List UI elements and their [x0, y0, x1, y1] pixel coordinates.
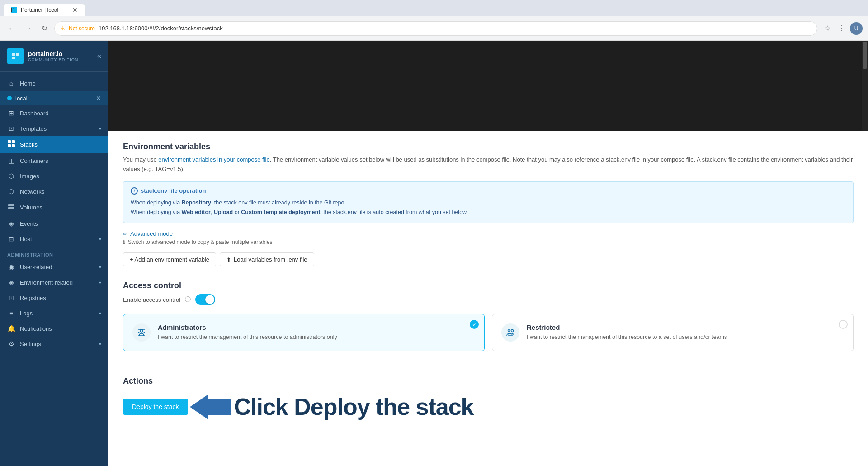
address-text: 192.168.1.18:9000/#!/2/docker/stacks/new…	[99, 25, 223, 32]
svg-rect-4	[12, 144, 15, 147]
sidebar-item-registries[interactable]: ⊡ Registries	[0, 290, 108, 305]
logo-text: portainer.io COMMUNITY EDITION	[28, 50, 78, 62]
editor-scrollbar[interactable]	[862, 41, 868, 131]
sidebar-item-images[interactable]: ⬡ Images	[0, 168, 108, 184]
active-tab[interactable]: P Portainer | local ✕	[4, 4, 85, 16]
sidebar-item-logs[interactable]: ≡ Logs ▾	[0, 305, 108, 321]
code-editor-area[interactable]	[108, 41, 868, 131]
actions-section: Actions Deploy the stack Click Deploy th…	[108, 376, 868, 428]
svg-point-0	[16, 57, 19, 59]
administrators-card-icon	[132, 323, 151, 342]
deploy-stack-button[interactable]: Deploy the stack	[123, 399, 188, 415]
sidebar-item-environment-related-label: Environment-related	[20, 279, 94, 286]
editor-scrollbar-thumb[interactable]	[863, 42, 867, 69]
load-env-btn-label: Load variables from .env file	[234, 256, 307, 263]
sidebar-item-registries-label: Registries	[20, 295, 101, 301]
refresh-button[interactable]: ↻	[38, 22, 51, 35]
sidebar-item-notifications[interactable]: 🔔 Notifications	[0, 321, 108, 336]
profile-avatar[interactable]: U	[850, 22, 863, 35]
env-vars-desc-link[interactable]: environment variables in your compose fi…	[158, 156, 269, 163]
sidebar-item-home[interactable]: ⌂ Home	[0, 76, 108, 91]
advanced-mode-toggle[interactable]: ✏ Advanced mode	[123, 230, 854, 237]
sidebar-item-stacks[interactable]: Stacks	[0, 136, 108, 153]
info-box-content: When deploying via Repository, the stack…	[131, 198, 846, 218]
access-control-toggle-row: Enable access control ⓘ	[123, 294, 854, 305]
logo-icon	[7, 48, 24, 64]
advanced-mode-label: Advanced mode	[130, 230, 173, 237]
annotation-arrow	[190, 395, 231, 419]
address-bar[interactable]: ⚠ Not secure 192.168.1.18:9000/#!/2/dock…	[54, 21, 817, 36]
svg-rect-5	[8, 204, 14, 206]
access-card-administrators[interactable]: Administrators I want to restrict the ma…	[123, 314, 485, 351]
sidebar-env-close[interactable]: ✕	[96, 95, 101, 102]
sidebar-item-dashboard[interactable]: ⊞ Dashboard	[0, 105, 108, 121]
info-box-title-text: stack.env file operation	[141, 187, 206, 194]
sidebar-item-home-label: Home	[20, 80, 101, 87]
sidebar-item-images-label: Images	[20, 173, 101, 180]
sidebar-item-user-related[interactable]: ◉ User-related ▾	[0, 259, 108, 275]
sidebar-item-user-related-label: User-related	[20, 264, 94, 271]
sidebar-item-environment-related[interactable]: ◈ Environment-related ▾	[0, 275, 108, 290]
access-cards: Administrators I want to restrict the ma…	[123, 314, 854, 351]
access-control-help-icon[interactable]: ⓘ	[185, 295, 191, 304]
svg-rect-1	[8, 140, 11, 143]
access-control-toggle[interactable]	[195, 294, 215, 305]
svg-marker-14	[190, 395, 231, 419]
sidebar-item-settings[interactable]: ⚙ Settings ▾	[0, 336, 108, 352]
host-icon: ⊟	[7, 235, 15, 243]
tab-close-button[interactable]: ✕	[72, 6, 78, 14]
upload-icon: ⬆	[226, 257, 231, 263]
restricted-card-desc: I want to restrict the management of thi…	[527, 333, 844, 342]
load-env-file-button[interactable]: ⬆ Load variables from .env file	[220, 252, 314, 266]
security-label: Not secure	[69, 25, 95, 32]
restricted-card-check	[839, 320, 848, 329]
svg-point-13	[511, 330, 514, 332]
env-status-dot	[7, 96, 12, 100]
toggle-knob	[205, 295, 214, 304]
env-vars-description: You may use environment variables in you…	[123, 155, 854, 174]
back-button[interactable]: ←	[5, 22, 18, 35]
events-icon: ◈	[7, 220, 15, 227]
environment-related-arrow-icon: ▾	[99, 280, 101, 285]
add-env-var-button[interactable]: + Add an environment variable	[123, 252, 216, 266]
svg-rect-6	[8, 207, 14, 209]
advanced-mode-hint-text: Switch to advanced mode to copy & paste …	[128, 239, 273, 245]
volumes-icon	[7, 203, 15, 212]
security-icon: ⚠	[60, 25, 65, 32]
user-related-arrow-icon: ▾	[99, 265, 101, 270]
sidebar: portainer.io COMMUNITY EDITION « ⌂ Home …	[0, 41, 108, 466]
notifications-icon: 🔔	[7, 325, 15, 332]
logs-icon: ≡	[7, 309, 15, 317]
forward-button[interactable]: →	[22, 22, 34, 35]
templates-arrow-icon: ▾	[99, 126, 101, 131]
logo-main-text: portainer.io	[28, 50, 78, 57]
env-vars-title: Environment variables	[123, 142, 854, 152]
tab-title: Portainer | local	[21, 7, 58, 13]
sidebar-item-host[interactable]: ⊟ Host ▾	[0, 231, 108, 247]
sidebar-item-events[interactable]: ◈ Events	[0, 216, 108, 231]
svg-point-11	[144, 332, 145, 333]
access-card-restricted[interactable]: Restricted I want to restrict the manage…	[492, 314, 854, 351]
sidebar-collapse-button[interactable]: «	[97, 52, 101, 60]
sidebar-item-containers-label: Containers	[20, 157, 101, 164]
advanced-mode-edit-icon: ✏	[123, 231, 127, 237]
sidebar-item-volumes[interactable]: Volumes	[0, 199, 108, 216]
sidebar-item-settings-label: Settings	[20, 341, 94, 347]
sidebar-item-logs-label: Logs	[20, 310, 94, 317]
stacks-icon	[7, 140, 15, 149]
svg-point-12	[508, 330, 510, 332]
bookmark-button[interactable]: ☆	[821, 22, 834, 35]
env-vars-section: Environment variables You may use enviro…	[123, 142, 854, 266]
sidebar-item-templates[interactable]: ⊡ Templates ▾	[0, 121, 108, 136]
sidebar-item-containers[interactable]: ◫ Containers	[0, 153, 108, 168]
env-vars-info-box: i stack.env file operation When deployin…	[123, 181, 854, 223]
sidebar-item-networks[interactable]: ⬡ Networks	[0, 184, 108, 199]
images-icon: ⬡	[7, 172, 15, 180]
sidebar-item-events-label: Events	[20, 220, 101, 227]
sidebar-item-notifications-label: Notifications	[20, 325, 101, 332]
settings-arrow-icon: ▾	[99, 342, 101, 347]
click-annotation: Click Deploy the stack	[190, 393, 474, 420]
sidebar-item-host-label: Host	[20, 236, 94, 243]
svg-point-7	[140, 329, 143, 332]
more-button[interactable]: ⋮	[835, 22, 848, 35]
